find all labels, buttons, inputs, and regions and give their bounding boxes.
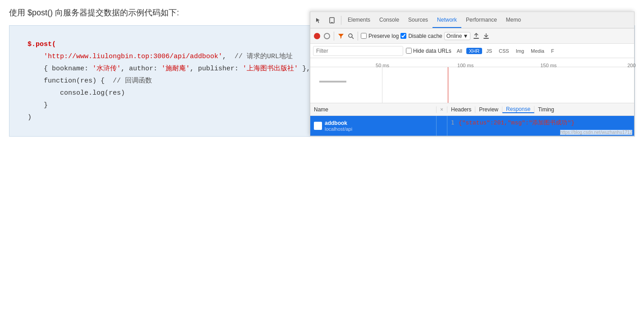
svg-line-3 [352, 37, 354, 39]
request-favicon [314, 122, 322, 130]
devtools-panel: Elements Console Sources Network Perform… [310, 11, 635, 136]
svg-rect-5 [474, 38, 479, 39]
devtools-tab-bar: Elements Console Sources Network Perform… [310, 12, 634, 28]
requests-header: Name × Headers Preview Response Timing [310, 103, 634, 116]
tab-sources[interactable]: Sources [404, 12, 432, 28]
response-json: {"status":201,"msg":"添加图书成功"} [459, 119, 575, 126]
tab-memo[interactable]: Memo [501, 12, 525, 28]
col-name-header: Name [310, 106, 437, 113]
record-button[interactable] [313, 32, 321, 40]
network-throttle-select[interactable]: Online ▼ [444, 32, 471, 40]
request-x-col [437, 116, 447, 136]
request-name-sub: localhost/api [325, 126, 352, 132]
import-button[interactable] [472, 32, 480, 40]
filter-xhr[interactable]: XHR [466, 48, 482, 54]
svg-rect-1 [331, 22, 333, 23]
timeline-body [310, 67, 634, 103]
toolbar-sep-2 [358, 32, 358, 41]
tab-console[interactable]: Console [375, 12, 404, 28]
timeline-content [382, 67, 634, 103]
export-button[interactable] [482, 32, 490, 40]
request-name-main: addbook [325, 120, 352, 126]
col-timing-header[interactable]: Timing [534, 106, 558, 113]
filter-input[interactable] [313, 46, 403, 56]
timeline-ruler: 50 ms 100 ms 150 ms 200 ms [310, 58, 634, 67]
filter-all[interactable]: All [454, 48, 465, 54]
filter-js[interactable]: JS [483, 48, 495, 54]
tab-network[interactable]: Network [432, 12, 461, 28]
filter-css[interactable]: CSS [496, 48, 512, 54]
hide-data-urls-checkbox[interactable]: Hide data URLs [406, 48, 451, 54]
filter-media[interactable]: Media [528, 48, 547, 54]
col-x-header: × [437, 106, 447, 113]
timeline-red-line [448, 67, 448, 103]
request-name-text: addbook localhost/api [325, 120, 352, 132]
filter-button[interactable] [337, 32, 345, 40]
devtools-timeline: 50 ms 100 ms 150 ms 200 ms [310, 58, 634, 103]
filter-type-buttons: All XHR JS CSS Img Media F [454, 48, 557, 54]
disable-cache-checkbox[interactable]: Disable cache [400, 33, 442, 39]
device-icon[interactable] [326, 14, 338, 27]
filter-img[interactable]: Img [513, 48, 527, 54]
devtools-toolbar: Preserve log Disable cache Online ▼ [310, 28, 634, 44]
page-container: 使用 $post() 向服务器提交数据的示例代码如下: $.post( 'htt… [0, 0, 644, 144]
watermark: https://blog.csdn.net/wuzhanhu1712 [560, 130, 632, 135]
toolbar-sep-1 [334, 32, 334, 41]
stop-button[interactable] [323, 32, 331, 40]
filter-font[interactable]: F [548, 48, 557, 54]
cursor-icon[interactable] [312, 14, 325, 27]
code-block-container: $.post( 'http://www.liulongbin.top:3006/… [9, 25, 635, 137]
col-preview-header[interactable]: Preview [475, 106, 502, 113]
response-line-num: 1 [451, 119, 454, 126]
col-headers-header[interactable]: Headers [447, 106, 475, 113]
timeline-gray-bar [319, 81, 346, 83]
svg-rect-7 [483, 38, 489, 39]
search-button[interactable] [347, 32, 355, 40]
col-response-header[interactable]: Response [502, 106, 534, 113]
preserve-log-checkbox[interactable]: Preserve log [361, 33, 399, 39]
devtools-filter-bar: Hide data URLs All XHR JS CSS Img Media … [310, 44, 634, 58]
tab-performance[interactable]: Performance [461, 12, 501, 28]
tab-separator-1 [341, 16, 341, 25]
tab-elements[interactable]: Elements [343, 12, 375, 28]
request-name-col: addbook localhost/api [310, 116, 437, 136]
svg-point-2 [349, 34, 352, 37]
timeline-name-col [310, 67, 382, 103]
